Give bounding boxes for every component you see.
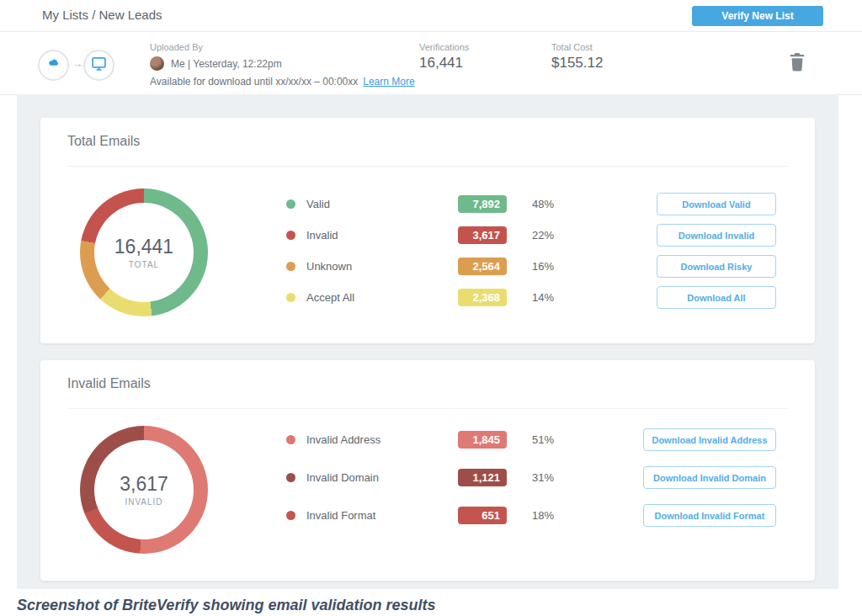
destination-circle <box>83 50 114 81</box>
legend-label: Invalid Domain <box>306 471 458 484</box>
uploader-name-time: Me | Yesterday, 12:22pm <box>171 58 282 70</box>
total-cost-stat: Total Cost $155.12 <box>551 42 603 72</box>
download-invalid-button[interactable]: Download Invalid <box>657 224 776 247</box>
total-emails-card: Total Emails 16,441 TOTAL Valid 7,892 48… <box>40 118 815 343</box>
divider <box>67 166 788 167</box>
source-circle <box>38 50 69 81</box>
card-title: Total Emails <box>67 134 140 149</box>
invalid-emails-donut: 3,617 INVALID <box>80 426 208 554</box>
legend-label: Invalid Address <box>306 433 458 446</box>
percent-value: 16% <box>532 260 574 273</box>
uploaded-by-label: Uploaded By <box>150 42 415 52</box>
availability-text: Available for download until xx/xx/xx – … <box>150 76 358 88</box>
total-emails-donut: 16,441 TOTAL <box>80 189 208 316</box>
legend-row-invalid: Invalid 3,617 22% Download Invalid <box>286 224 776 247</box>
donut-center-value: 16,441 <box>114 236 173 258</box>
total-cost-value: $155.12 <box>551 55 603 72</box>
card-title: Invalid Emails <box>67 376 151 391</box>
legend-label: Invalid Format <box>306 509 458 522</box>
legend-row-invalid-address: Invalid Address 1,845 51% Download Inval… <box>286 428 776 451</box>
download-invalid-format-button[interactable]: Download Invalid Format <box>643 504 776 527</box>
count-badge: 1,121 <box>458 469 507 486</box>
verifications-stat: Verifications 16,441 <box>419 42 469 72</box>
legend-label: Valid <box>306 198 458 210</box>
count-badge: 2,564 <box>458 258 507 275</box>
legend-dot <box>286 293 295 302</box>
legend-row-invalid-domain: Invalid Domain 1,121 31% Download Invali… <box>286 466 776 489</box>
download-all-button[interactable]: Download All <box>657 286 776 309</box>
donut-center-value: 3,617 <box>120 473 168 496</box>
count-badge: 7,892 <box>458 195 507 213</box>
legend-dot <box>286 231 295 240</box>
legend-row-valid: Valid 7,892 48% Download Valid <box>286 193 776 215</box>
breadcrumb[interactable]: My Lists / New Leads <box>42 8 162 22</box>
count-badge: 1,845 <box>458 431 507 449</box>
legend-row-invalid-format: Invalid Format 651 18% Download Invalid … <box>286 504 776 527</box>
verifications-label: Verifications <box>419 42 469 52</box>
percent-value: 14% <box>532 291 574 304</box>
legend-dot <box>286 199 295 209</box>
cloud-icon <box>45 56 63 74</box>
percent-value: 18% <box>532 509 574 522</box>
legend-dot <box>286 473 295 482</box>
list-summary-bar: → Uploaded By Me | Yesterday, 12:22pm Av… <box>0 32 862 95</box>
legend-label: Accept All <box>306 291 458 304</box>
verify-new-list-button[interactable]: Verify New List <box>692 6 823 26</box>
legend-dot <box>286 435 295 444</box>
verifications-value: 16,441 <box>419 55 469 72</box>
download-valid-button[interactable]: Download Valid <box>657 193 776 215</box>
legend-label: Unknown <box>306 260 458 273</box>
image-caption: Screenshot of BriteVerify showing email … <box>17 597 435 614</box>
legend-list: Valid 7,892 48% Download Valid Invalid 3… <box>286 193 776 309</box>
legend-list: Invalid Address 1,845 51% Download Inval… <box>286 428 776 527</box>
invalid-emails-card: Invalid Emails 3,617 INVALID Invalid Add… <box>40 360 815 581</box>
legend-dot <box>286 262 295 271</box>
legend-row-accept-all: Accept All 2,368 14% Download All <box>286 286 776 309</box>
divider <box>67 408 788 409</box>
legend-row-unknown: Unknown 2,564 16% Download Risky <box>286 255 776 278</box>
monitor-icon <box>90 55 108 76</box>
download-risky-button[interactable]: Download Risky <box>657 255 776 278</box>
top-bar: My Lists / New Leads Verify New List <box>0 0 862 32</box>
legend-dot <box>286 511 295 520</box>
legend-label: Invalid <box>306 229 458 242</box>
percent-value: 48% <box>532 198 574 210</box>
percent-value: 31% <box>532 471 574 484</box>
uploader-avatar <box>150 56 164 71</box>
content-panel: Total Emails 16,441 TOTAL Valid 7,892 48… <box>17 94 838 589</box>
uploaded-by-block: Uploaded By Me | Yesterday, 12:22pm Avai… <box>150 42 415 88</box>
count-badge: 2,368 <box>458 289 507 306</box>
learn-more-link[interactable]: Learn More <box>363 76 414 88</box>
arrow-right-icon: → <box>72 56 83 70</box>
trash-icon[interactable] <box>788 51 806 76</box>
donut-center-label: INVALID <box>125 497 162 507</box>
percent-value: 22% <box>532 229 574 242</box>
percent-value: 51% <box>532 433 574 446</box>
total-cost-label: Total Cost <box>551 42 603 52</box>
count-badge: 651 <box>458 507 507 524</box>
donut-center-label: TOTAL <box>129 260 159 269</box>
count-badge: 3,617 <box>458 226 507 244</box>
download-invalid-domain-button[interactable]: Download Invalid Domain <box>643 466 776 489</box>
download-invalid-address-button[interactable]: Download Invalid Address <box>643 428 776 451</box>
